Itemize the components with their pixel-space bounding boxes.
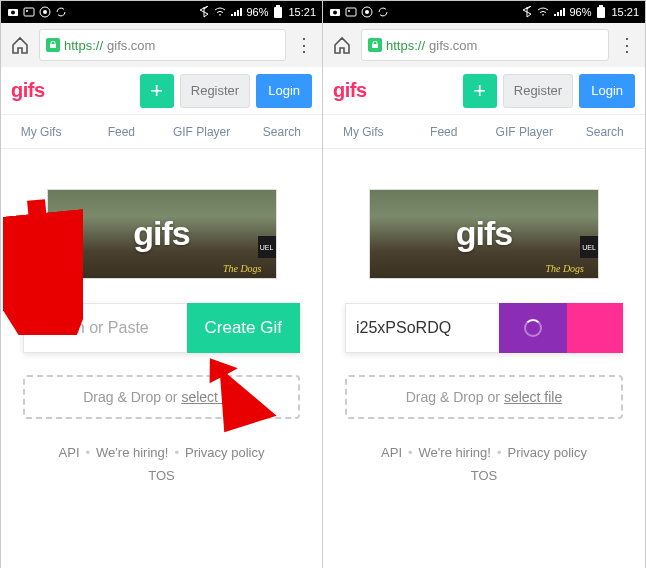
search-input[interactable] bbox=[345, 303, 499, 353]
drop-text: Drag & Drop or bbox=[406, 389, 500, 405]
hero-banner: gifs The Dogs UEL bbox=[369, 189, 599, 279]
status-bar: 96% 15:21 bbox=[1, 1, 322, 23]
time-text: 15:21 bbox=[611, 6, 639, 18]
url-bar[interactable]: https://gifs.com bbox=[39, 29, 286, 61]
drop-text: Drag & Drop or bbox=[83, 389, 177, 405]
footer-hiring[interactable]: We're hiring! bbox=[96, 445, 168, 460]
nav-my-gifs[interactable]: My Gifs bbox=[1, 125, 81, 139]
right-screenshot: 96% 15:21 https://gifs.com ⋮ gifs + Regi… bbox=[323, 1, 645, 568]
status-bar: 96% 15:21 bbox=[323, 1, 645, 23]
select-file-link[interactable]: select file bbox=[504, 389, 562, 405]
main-area: gifs The Dogs UEL Drag & Drop or select … bbox=[323, 149, 645, 568]
sync-icon bbox=[55, 6, 67, 18]
svg-point-16 bbox=[365, 10, 369, 14]
url-bar[interactable]: https://gifs.com bbox=[361, 29, 609, 61]
lock-icon bbox=[46, 38, 60, 52]
loading-spinner-area bbox=[499, 303, 567, 353]
gallery-icon bbox=[23, 6, 35, 18]
sub-nav: My Gifs Feed GIF Player Search bbox=[1, 115, 322, 149]
login-button[interactable]: Login bbox=[256, 74, 312, 108]
app-header: gifs + Register Login bbox=[323, 67, 645, 115]
browser-menu-icon[interactable]: ⋮ bbox=[292, 34, 316, 56]
login-button[interactable]: Login bbox=[579, 74, 635, 108]
footer-tos[interactable]: TOS bbox=[1, 468, 322, 483]
loading-button[interactable] bbox=[499, 303, 623, 353]
browser-menu-icon[interactable]: ⋮ bbox=[615, 34, 639, 56]
nav-gif-player[interactable]: GIF Player bbox=[484, 125, 565, 139]
nav-my-gifs[interactable]: My Gifs bbox=[323, 125, 404, 139]
battery-icon bbox=[595, 6, 607, 18]
main-area: gifs The Dogs UEL Create Gif Drag & Drop… bbox=[1, 149, 322, 568]
add-button[interactable]: + bbox=[463, 74, 497, 108]
chrome-icon bbox=[39, 6, 51, 18]
hero-title: gifs bbox=[456, 214, 512, 253]
browser-bar: https://gifs.com ⋮ bbox=[323, 23, 645, 67]
svg-point-3 bbox=[26, 10, 28, 12]
nav-feed[interactable]: Feed bbox=[404, 125, 485, 139]
register-button[interactable]: Register bbox=[503, 74, 573, 108]
svg-point-12 bbox=[333, 11, 337, 15]
time-text: 15:21 bbox=[288, 6, 316, 18]
search-input[interactable] bbox=[23, 303, 187, 353]
footer-privacy[interactable]: Privacy policy bbox=[185, 445, 264, 460]
url-scheme: https:// bbox=[64, 38, 103, 53]
svg-rect-17 bbox=[597, 7, 605, 18]
hero-badge: UEL bbox=[580, 236, 598, 258]
loading-accent bbox=[567, 303, 623, 353]
create-gif-button[interactable]: Create Gif bbox=[187, 303, 300, 353]
svg-rect-13 bbox=[346, 8, 356, 16]
footer-privacy[interactable]: Privacy policy bbox=[507, 445, 586, 460]
nav-gif-player[interactable]: GIF Player bbox=[162, 125, 242, 139]
drop-zone[interactable]: Drag & Drop or select file bbox=[23, 375, 300, 419]
footer-tos[interactable]: TOS bbox=[323, 468, 645, 483]
nav-feed[interactable]: Feed bbox=[81, 125, 161, 139]
chrome-icon bbox=[361, 6, 373, 18]
signal-icon bbox=[553, 6, 565, 18]
svg-rect-2 bbox=[24, 8, 34, 16]
svg-point-5 bbox=[43, 10, 47, 14]
browser-bar: https://gifs.com ⋮ bbox=[1, 23, 322, 67]
nav-search[interactable]: Search bbox=[565, 125, 646, 139]
battery-text: 96% bbox=[246, 6, 268, 18]
bluetooth-icon bbox=[198, 6, 210, 18]
hero-badge: UEL bbox=[258, 236, 276, 258]
footer-links: API • We're hiring! • Privacy policy bbox=[323, 445, 645, 460]
register-button[interactable]: Register bbox=[180, 74, 250, 108]
battery-text: 96% bbox=[569, 6, 591, 18]
sync-icon bbox=[377, 6, 389, 18]
hero-subtitle: The Dogs bbox=[545, 263, 584, 274]
footer-hiring[interactable]: We're hiring! bbox=[419, 445, 491, 460]
camera-icon bbox=[329, 6, 341, 18]
svg-rect-8 bbox=[50, 44, 56, 48]
app-header: gifs + Register Login bbox=[1, 67, 322, 115]
battery-icon bbox=[272, 6, 284, 18]
signal-icon bbox=[230, 6, 242, 18]
url-domain: gifs.com bbox=[107, 38, 155, 53]
footer-api[interactable]: API bbox=[381, 445, 402, 460]
left-screenshot: 96% 15:21 https://gifs.com ⋮ gifs + Regi… bbox=[1, 1, 323, 568]
svg-point-14 bbox=[348, 10, 350, 12]
hero-title: gifs bbox=[133, 214, 189, 253]
search-row: Create Gif bbox=[23, 303, 300, 353]
svg-rect-19 bbox=[372, 44, 378, 48]
drop-zone[interactable]: Drag & Drop or select file bbox=[345, 375, 623, 419]
camera-icon bbox=[7, 6, 19, 18]
home-icon[interactable] bbox=[329, 32, 355, 58]
footer-api[interactable]: API bbox=[59, 445, 80, 460]
svg-rect-7 bbox=[276, 5, 280, 7]
select-file-link[interactable]: select file bbox=[181, 389, 239, 405]
home-icon[interactable] bbox=[7, 32, 33, 58]
add-button[interactable]: + bbox=[140, 74, 174, 108]
svg-rect-6 bbox=[274, 7, 282, 18]
nav-search[interactable]: Search bbox=[242, 125, 322, 139]
logo[interactable]: gifs bbox=[11, 79, 45, 102]
wifi-icon bbox=[214, 6, 226, 18]
spinner-icon bbox=[524, 319, 542, 337]
url-domain: gifs.com bbox=[429, 38, 477, 53]
lock-icon bbox=[368, 38, 382, 52]
logo[interactable]: gifs bbox=[333, 79, 367, 102]
search-row bbox=[345, 303, 623, 353]
url-scheme: https:// bbox=[386, 38, 425, 53]
svg-rect-18 bbox=[599, 5, 603, 7]
hero-banner: gifs The Dogs UEL bbox=[47, 189, 277, 279]
